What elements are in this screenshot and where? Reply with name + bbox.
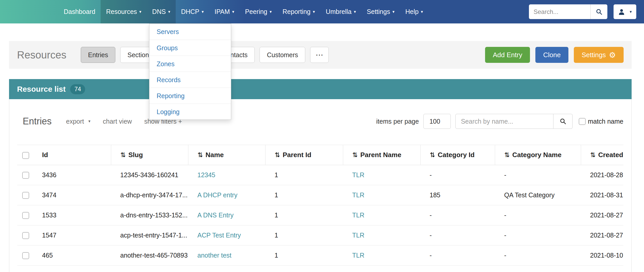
entry-name-link[interactable]: ACP Test Entry xyxy=(197,232,241,239)
settings-button-label: Settings xyxy=(582,51,606,59)
user-menu-button[interactable]: ▾ xyxy=(614,4,636,19)
cell-slug: acp-test-entry-1547-1... xyxy=(111,225,188,245)
menu-item[interactable]: Servers xyxy=(149,24,231,40)
nav-item[interactable]: Resources ▾ xyxy=(101,0,147,23)
nav-item[interactable]: DNS ▾ xyxy=(147,0,176,23)
cell-id: 1533 xyxy=(33,205,111,225)
entry-name-link[interactable]: another test xyxy=(197,252,231,259)
menu-item[interactable]: Zones xyxy=(149,56,231,72)
entry-name-link[interactable]: 12345 xyxy=(197,171,215,178)
row-select-cell xyxy=(17,185,33,205)
cell-slug: a-dns-entry-1533-152... xyxy=(111,205,188,225)
table-row: 3436 12345-3436-160241 12345 1 TLR - - 2… xyxy=(17,165,623,185)
parent-name-link[interactable]: TLR xyxy=(352,211,364,219)
search-button[interactable] xyxy=(590,4,607,19)
column-header[interactable]: ⇅Parent Name xyxy=(343,145,420,165)
column-label: Parent Id xyxy=(283,151,311,159)
parent-name-link[interactable]: TLR xyxy=(352,191,364,199)
cell-created: 2021-08-31 18 xyxy=(581,185,623,205)
cell-category-id: - xyxy=(420,245,495,266)
column-header[interactable]: ⇅Category Id xyxy=(420,145,495,165)
nav-item-label: DNS xyxy=(152,8,166,15)
cell-slug: 12345-3436-160241 xyxy=(111,165,188,185)
row-select-cell xyxy=(17,165,33,185)
cell-category-name: QA Test Category xyxy=(495,185,581,205)
column-header[interactable]: ⇅Category Name xyxy=(495,145,581,165)
panel-title: Resource list xyxy=(17,85,66,94)
entries-title: Entries xyxy=(23,116,52,127)
nav-item[interactable]: IPAM ▾ xyxy=(209,0,240,23)
nav-item[interactable]: Umbrella ▾ xyxy=(320,0,361,23)
export-menu[interactable]: export ▾ xyxy=(66,118,91,125)
add-entry-button[interactable]: Add Entry xyxy=(485,47,530,63)
name-search-input[interactable] xyxy=(455,114,553,129)
count-badge: 74 xyxy=(70,84,85,94)
nav-item[interactable]: DHCP ▾ xyxy=(176,0,209,23)
column-header[interactable]: ⇅Name xyxy=(188,145,265,165)
row-checkbox[interactable] xyxy=(22,212,29,219)
cell-name: ACP Test Entry xyxy=(188,225,265,245)
navbar-right: ▾ xyxy=(529,0,644,23)
cell-parent-id: 1 xyxy=(265,185,343,205)
items-per-page-input[interactable] xyxy=(423,114,451,129)
page-header: Resources Entries Sections Categories Co… xyxy=(9,41,632,69)
select-all-checkbox[interactable] xyxy=(22,152,29,159)
column-header[interactable]: ⇅Slug xyxy=(111,145,188,165)
row-checkbox[interactable] xyxy=(22,192,29,199)
row-select-cell xyxy=(17,225,33,245)
cell-id: 1547 xyxy=(33,225,111,245)
parent-name-link[interactable]: TLR xyxy=(352,232,364,239)
nav-item[interactable]: Reporting ▾ xyxy=(277,0,320,23)
column-header[interactable]: ⇅Created xyxy=(581,145,623,165)
sort-icon: ⇅ xyxy=(430,151,435,158)
table-row: 1547 acp-test-entry-1547-1... ACP Test E… xyxy=(17,225,623,245)
cell-created: 2021-08-27 01 xyxy=(581,225,623,245)
tab-button[interactable]: ⋯ xyxy=(310,47,329,63)
cell-name: another test xyxy=(188,245,265,266)
user-icon xyxy=(618,8,625,15)
menu-item[interactable]: Records xyxy=(149,72,231,88)
cell-created: 2021-08-28 00 xyxy=(581,165,623,185)
main-menu: Dashboard ▾ Resources ▾ DNS ▾ DHCP ▾ IPA… xyxy=(0,0,428,23)
tab-button[interactable]: Customers xyxy=(260,47,305,63)
column-label: Category Name xyxy=(512,151,561,159)
entry-name-link[interactable]: A DNS Entry xyxy=(197,211,234,219)
tab-button[interactable]: Entries xyxy=(81,47,115,63)
top-navbar: Dashboard ▾ Resources ▾ DNS ▾ DHCP ▾ IPA… xyxy=(0,0,644,23)
chevron-down-icon: ▾ xyxy=(630,10,632,14)
row-select-cell xyxy=(17,205,33,225)
cell-category-name: - xyxy=(495,205,581,225)
table-row: 1533 a-dns-entry-1533-152... A DNS Entry… xyxy=(17,205,623,225)
chart-view-link[interactable]: chart view xyxy=(103,118,132,125)
nav-item[interactable]: Help ▾ xyxy=(400,0,428,23)
entry-name-link[interactable]: A DHCP entry xyxy=(197,191,237,199)
search-input[interactable] xyxy=(529,4,590,19)
column-header[interactable]: ⇅Id xyxy=(33,145,111,165)
nav-item-label: Peering xyxy=(245,8,267,15)
parent-name-link[interactable]: TLR xyxy=(352,252,364,259)
settings-button[interactable]: Settings ⚙ xyxy=(574,47,624,63)
cell-parent-name: TLR xyxy=(343,225,420,245)
cell-parent-name: TLR xyxy=(343,165,420,185)
row-checkbox[interactable] xyxy=(22,172,29,179)
cell-name: 12345 xyxy=(188,165,265,185)
nav-item[interactable]: Settings ▾ xyxy=(361,0,400,23)
clone-button[interactable]: Clone xyxy=(535,47,568,63)
cell-parent-name: TLR xyxy=(343,205,420,225)
select-all-cell xyxy=(17,145,33,165)
menu-item[interactable]: Reporting xyxy=(149,88,231,104)
cell-parent-id: 1 xyxy=(265,225,343,245)
menu-item[interactable]: Groups xyxy=(149,40,231,56)
name-search-button[interactable] xyxy=(553,114,573,129)
match-name-checkbox[interactable] xyxy=(579,118,586,125)
parent-name-link[interactable]: TLR xyxy=(352,171,364,178)
chevron-down-icon: ▾ xyxy=(232,10,234,14)
export-label: export xyxy=(66,118,84,125)
column-header[interactable]: ⇅Parent Id xyxy=(265,145,343,165)
row-checkbox[interactable] xyxy=(22,252,29,259)
nav-item[interactable]: Dashboard ▾ xyxy=(58,0,101,23)
menu-item[interactable]: Logging xyxy=(149,104,231,120)
nav-item[interactable]: Peering ▾ xyxy=(240,0,277,23)
entries-toolbar: Entries export ▾ chart view show filters… xyxy=(17,111,623,132)
row-checkbox[interactable] xyxy=(22,232,29,239)
